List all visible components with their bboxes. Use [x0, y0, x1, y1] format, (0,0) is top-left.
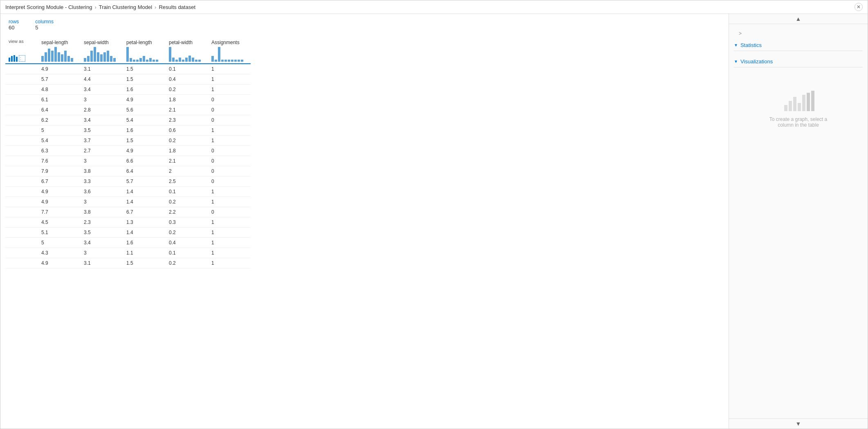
table-row[interactable]: 7.7 3.8 6.7 2.2 0 [5, 207, 251, 217]
table-scroll-area[interactable]: view as [5, 37, 729, 429]
cell-petal-width: 1.8 [166, 146, 208, 156]
cell-petal-length: 4.9 [123, 146, 166, 156]
cell-assignments: 1 [208, 187, 251, 197]
cell-sepal-width: 3.6 [81, 187, 123, 197]
view-as-histogram[interactable]: ⁚ [9, 45, 33, 62]
cell-sepal-length: 4.3 [38, 248, 81, 258]
cell-sepal-width: 2.3 [81, 217, 123, 228]
table-row[interactable]: 6.3 2.7 4.9 1.8 0 [5, 146, 251, 156]
col-sepal-length[interactable]: sepal-length [38, 37, 81, 64]
cell-petal-length: 1.4 [123, 197, 166, 207]
cell-sepal-width: 3.5 [81, 125, 123, 136]
table-row[interactable]: 7.6 3 6.6 2.1 0 [5, 156, 251, 166]
cell-sepal-width: 3.4 [81, 115, 123, 125]
cell-sepal-width: 3.8 [81, 166, 123, 177]
col-assignments[interactable]: Assignments [208, 37, 251, 64]
table-row[interactable]: 4.8 3.4 1.6 0.2 1 [5, 85, 251, 95]
cell-assignments: 0 [208, 115, 251, 125]
table-row[interactable]: 6.7 3.3 5.7 2.5 0 [5, 177, 251, 187]
cell-sepal-width: 3.3 [81, 177, 123, 187]
cell-assignments: 0 [208, 105, 251, 115]
table-body: 4.9 3.1 1.5 0.1 1 5.7 4.4 1.5 0.4 1 4.8 … [5, 64, 251, 268]
scroll-up-button[interactable]: ▲ [729, 14, 868, 24]
row-number [5, 74, 38, 85]
table-row[interactable]: 4.9 3.6 1.4 0.1 1 [5, 187, 251, 197]
cell-sepal-length: 4.8 [38, 85, 81, 95]
row-number [5, 156, 38, 166]
cell-sepal-length: 6.2 [38, 115, 81, 125]
sepal-length-histogram [41, 45, 76, 62]
table-row[interactable]: 5.1 3.5 1.4 0.2 1 [5, 228, 251, 238]
svg-rect-3 [16, 57, 18, 62]
cell-petal-length: 1.6 [123, 125, 166, 136]
visualizations-header[interactable]: ▼ Visualizations [734, 56, 863, 67]
svg-rect-11 [807, 93, 810, 111]
scroll-down-button[interactable]: ▼ [729, 418, 868, 429]
table-row[interactable]: 6.1 3 4.9 1.8 0 [5, 95, 251, 105]
cell-assignments: 1 [208, 85, 251, 95]
cell-sepal-width: 2.8 [81, 105, 123, 115]
data-table: view as [5, 37, 251, 268]
row-number [5, 136, 38, 146]
table-row[interactable]: 5 3.5 1.6 0.6 1 [5, 125, 251, 136]
cell-sepal-length: 6.7 [38, 177, 81, 187]
cell-sepal-width: 3 [81, 197, 123, 207]
table-row[interactable]: 5.4 3.7 1.5 0.2 1 [5, 136, 251, 146]
cell-petal-length: 1.1 [123, 248, 166, 258]
expand-icon[interactable]: > [734, 27, 863, 40]
svg-rect-1 [11, 56, 13, 62]
cell-petal-width: 0.2 [166, 258, 208, 268]
table-row[interactable]: 6.2 3.4 5.4 2.3 0 [5, 115, 251, 125]
visualizations-label: Visualizations [740, 58, 773, 65]
cell-petal-length: 1.5 [123, 74, 166, 85]
cell-sepal-length: 5 [38, 125, 81, 136]
rows-label: rows [9, 19, 19, 25]
cell-sepal-width: 3.7 [81, 136, 123, 146]
col-petal-width[interactable]: petal-width [166, 37, 208, 64]
visualizations-chevron: ▼ [734, 59, 738, 64]
table-row[interactable]: 7.9 3.8 6.4 2 0 [5, 166, 251, 177]
viz-hint-text: To create a graph, select a column in th… [762, 116, 835, 128]
table-row[interactable]: 4.5 2.3 1.3 0.3 1 [5, 217, 251, 228]
table-row[interactable]: 4.9 3.1 1.5 0.2 1 [5, 258, 251, 268]
row-number [5, 146, 38, 156]
row-number [5, 105, 38, 115]
cell-sepal-length: 4.9 [38, 258, 81, 268]
breadcrumb-part2[interactable]: Train Clustering Model [99, 4, 152, 10]
col-sepal-width[interactable]: sepal-width [81, 37, 123, 64]
stats-row: rows 60 columns 5 [5, 19, 729, 31]
col-petal-length[interactable]: petal-length [123, 37, 166, 64]
cell-petal-length: 1.6 [123, 238, 166, 248]
cell-petal-width: 1.8 [166, 95, 208, 105]
bar-chart-icon [9, 54, 18, 62]
cell-petal-length: 1.6 [123, 85, 166, 95]
cell-assignments: 1 [208, 64, 251, 74]
table-row[interactable]: 5.7 4.4 1.5 0.4 1 [5, 74, 251, 85]
visualizations-section: ▼ Visualizations [734, 56, 863, 149]
close-button[interactable]: ✕ [855, 3, 863, 11]
cell-petal-width: 0.1 [166, 248, 208, 258]
table-row[interactable]: 4.3 3 1.1 0.1 1 [5, 248, 251, 258]
cell-sepal-width: 3.1 [81, 258, 123, 268]
svg-rect-0 [9, 58, 10, 62]
cell-sepal-width: 2.7 [81, 146, 123, 156]
scatter-icon: ⁚ [19, 55, 25, 62]
cell-sepal-length: 6.1 [38, 95, 81, 105]
table-row[interactable]: 4.9 3.1 1.5 0.1 1 [5, 64, 251, 74]
cell-sepal-width: 3 [81, 95, 123, 105]
table-row[interactable]: 5 3.4 1.6 0.4 1 [5, 238, 251, 248]
cell-petal-length: 1.4 [123, 228, 166, 238]
cell-assignments: 0 [208, 166, 251, 177]
columns-value: 5 [35, 25, 54, 31]
table-row[interactable]: 6.4 2.8 5.6 2.1 0 [5, 105, 251, 115]
cell-assignments: 1 [208, 125, 251, 136]
table-row[interactable]: 4.9 3 1.4 0.2 1 [5, 197, 251, 207]
cell-petal-length: 1.5 [123, 64, 166, 74]
breadcrumb: Interpret Scoring Module - Clustering › … [5, 4, 195, 10]
right-panel-content: > ▼ Statistics ▼ Visualizations [729, 24, 868, 418]
row-number [5, 238, 38, 248]
statistics-header[interactable]: ▼ Statistics [734, 40, 863, 51]
cell-assignments: 0 [208, 95, 251, 105]
cell-petal-length: 4.9 [123, 95, 166, 105]
row-number [5, 95, 38, 105]
